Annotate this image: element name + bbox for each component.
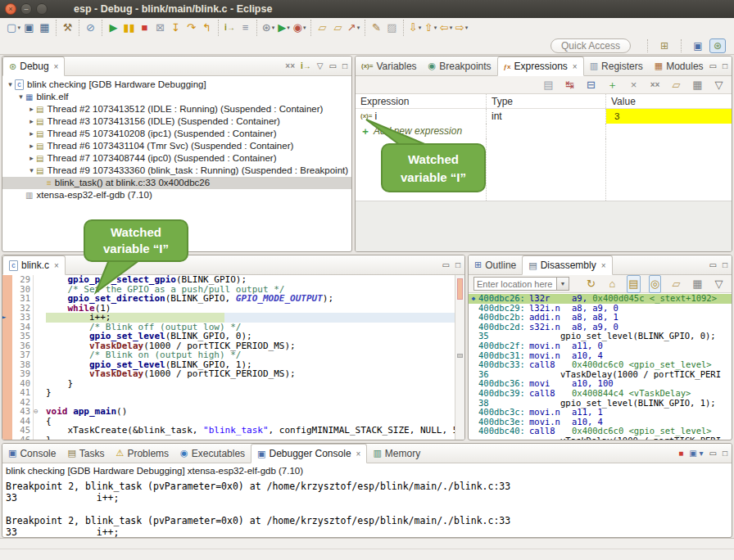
view-menu-icon[interactable]: ▽ <box>711 276 727 292</box>
console-output[interactable]: Breakpoint 2, blink_task (pvParameter=0x… <box>2 477 732 537</box>
maximize-icon[interactable]: □ <box>455 260 460 269</box>
maximize-window-icon[interactable] <box>36 3 48 15</box>
close-tab-icon[interactable]: × <box>573 62 578 71</box>
column-header-expression[interactable]: Expression <box>356 94 487 108</box>
minimize-icon[interactable]: ▭ <box>442 260 450 269</box>
editor-overview-ruler[interactable] <box>455 275 464 440</box>
view-menu-icon[interactable]: ▽ <box>711 77 727 93</box>
home-icon[interactable]: ⌂ <box>605 276 620 292</box>
fold-collapse-icon[interactable]: ⊖ <box>34 407 41 417</box>
tab-modules[interactable]: ▦Modules <box>649 56 709 75</box>
save-icon[interactable]: ▣ <box>21 20 37 36</box>
mark-occurrences-icon[interactable]: ▨ <box>384 20 400 36</box>
step-over-icon[interactable]: ↷ <box>184 20 199 36</box>
minimize-icon[interactable]: ▭ <box>329 61 337 70</box>
tree-item[interactable]: ≡blink_task() at blink.c:33 0x400dbc26 <box>2 177 351 189</box>
tree-item[interactable]: ▾cblink checking [GDB Hardware Debugging… <box>2 79 351 91</box>
back-icon[interactable]: ⇦▾ <box>438 20 454 36</box>
location-input[interactable] <box>473 277 557 291</box>
terminate-console-icon[interactable]: ■ <box>678 449 683 458</box>
tab-variables[interactable]: (x)=Variables <box>356 56 423 75</box>
minimize-window-icon[interactable]: – <box>20 3 32 15</box>
code-editor[interactable]: ► 293031323334353637383940414243444546 ⊖… <box>2 275 464 440</box>
maximize-icon[interactable]: □ <box>723 260 727 269</box>
expand-toggle-icon[interactable]: ▸ <box>27 103 36 115</box>
expand-toggle-icon[interactable]: ▸ <box>27 115 36 128</box>
new-view-icon[interactable]: ▱ <box>668 77 684 93</box>
terminate-icon[interactable]: ■ <box>137 20 152 36</box>
open-resource-icon[interactable]: ▱ <box>330 20 346 36</box>
add-expression-icon[interactable]: ＋ <box>605 77 620 93</box>
editor-code-area[interactable]: gpio_pad_select_gpio(BLINK_GPIO); /* Set… <box>41 275 455 440</box>
close-tab-icon[interactable]: × <box>601 261 606 270</box>
tab-executables[interactable]: ◉Executables <box>174 444 251 463</box>
quick-access-button[interactable]: Quick Access <box>550 38 631 53</box>
pin-view-icon[interactable]: ▦ <box>690 276 705 292</box>
debug-perspective-icon[interactable]: ⊛ <box>709 38 726 53</box>
remove-all-terminated-icon[interactable]: ×× <box>285 61 295 70</box>
close-tab-icon[interactable]: × <box>54 261 59 270</box>
instruction-stepping-toggle-icon[interactable]: i→ <box>301 61 311 70</box>
tab-debug[interactable]: ⊛Debug× <box>2 56 65 76</box>
minimize-icon[interactable]: ▭ <box>709 260 717 269</box>
editor-fold-margin[interactable]: ⊖ <box>34 275 41 440</box>
tab-expressions[interactable]: ƒxExpressions× <box>497 56 584 76</box>
run-launch-icon[interactable]: ▶▾ <box>276 20 292 36</box>
sync-context-toggle-icon[interactable]: ◎ <box>647 276 663 292</box>
tree-item[interactable]: ▸▤Thread #5 1073410208 (ipc1) (Suspended… <box>2 128 351 140</box>
tab-tasks[interactable]: ▤Tasks <box>61 444 110 463</box>
suspend-icon[interactable]: ▮▮ <box>121 20 137 36</box>
disconnect-icon[interactable]: ⊠ <box>152 20 168 36</box>
tree-item[interactable]: ▥xtensa-esp32-elf-gdb (7.10) <box>2 189 351 201</box>
tree-item[interactable]: ▸▤Thread #3 1073413156 (IDLE) (Suspended… <box>2 115 351 128</box>
tab-console[interactable]: ▣Console <box>2 444 61 463</box>
expand-toggle-icon[interactable]: ▾ <box>27 165 36 177</box>
tab-registers[interactable]: ▥Registers <box>584 56 649 75</box>
expression-row[interactable]: (x)=i int 3 <box>356 109 732 124</box>
show-source-toggle-icon[interactable]: ▤ <box>626 276 641 292</box>
tab-debugger-console[interactable]: ▣Debugger Console× <box>251 444 367 463</box>
external-tools-icon[interactable]: ◉▾ <box>292 20 307 36</box>
skip-all-breakpoints-icon[interactable]: ⊘ <box>83 20 98 36</box>
column-header-value[interactable]: Value <box>606 94 732 108</box>
close-tab-icon[interactable]: × <box>356 449 361 458</box>
forward-icon[interactable]: ⇨▾ <box>454 20 469 36</box>
editor-marker-margin[interactable]: ► <box>2 275 12 440</box>
minimize-icon[interactable]: ▭ <box>709 61 717 70</box>
step-return-icon[interactable]: ↰ <box>199 20 215 36</box>
expand-toggle-icon[interactable]: ▾ <box>6 79 15 91</box>
new-wizard-icon[interactable]: ▢▾ <box>6 20 21 36</box>
maximize-icon[interactable]: □ <box>723 61 727 70</box>
format-brush-icon[interactable]: ✎ <box>369 20 384 36</box>
add-expression-row[interactable]: ＋Add new expression <box>356 124 732 138</box>
location-dropdown-icon[interactable]: ▼ <box>557 277 569 291</box>
open-task-icon[interactable]: ▱ <box>315 20 330 36</box>
minimize-icon[interactable]: ▭ <box>709 449 717 458</box>
disassembly-listing[interactable]: ◆400dbc26:l32ra9, 0x400d045c <_stext+109… <box>469 293 732 440</box>
tree-item[interactable]: ▸▤Thread #7 1073408744 (ipc0) (Suspended… <box>2 152 351 165</box>
refresh-icon[interactable]: ↻ <box>583 276 599 292</box>
build-icon[interactable]: ⚒ <box>60 20 75 36</box>
remove-expression-icon[interactable]: × <box>626 77 641 93</box>
instruction-stepping-icon[interactable]: i→ <box>222 20 238 36</box>
tab-outline[interactable]: ⊞Outline <box>469 255 522 274</box>
tab-problems[interactable]: ⚠Problems <box>111 444 175 463</box>
show-logical-structure-icon[interactable]: ↹ <box>562 77 578 93</box>
tree-item[interactable]: ▸▤Thread #2 1073413512 (IDLE : Running) … <box>2 103 351 115</box>
tree-item[interactable]: ▾▤Thread #9 1073433360 (blink_task : Run… <box>2 165 351 177</box>
tab-memory[interactable]: ▥Memory <box>367 444 426 463</box>
goto-annotation-icon[interactable]: ⇧▾ <box>423 20 438 36</box>
collapse-all-icon[interactable]: ⊟ <box>583 77 599 93</box>
new-view-icon[interactable]: ▱ <box>668 276 684 292</box>
save-all-icon[interactable]: ▦ <box>37 20 52 36</box>
use-step-filters-icon[interactable]: ≡ <box>238 20 253 36</box>
view-menu-icon[interactable]: ▽ <box>317 61 324 70</box>
launch-history-icon[interactable]: ↗▾ <box>346 20 361 36</box>
column-header-type[interactable]: Type <box>487 94 606 108</box>
resume-icon[interactable]: ▶ <box>106 20 121 36</box>
tab-breakpoints[interactable]: ◉Breakpoints <box>423 56 497 75</box>
display-console-icon[interactable]: ▣ ▾ <box>689 449 703 458</box>
debug-launch-icon[interactable]: ⊛▾ <box>261 20 276 36</box>
tree-item[interactable]: ▾▦blink.elf <box>2 91 351 103</box>
expand-toggle-icon[interactable]: ▸ <box>27 140 36 152</box>
